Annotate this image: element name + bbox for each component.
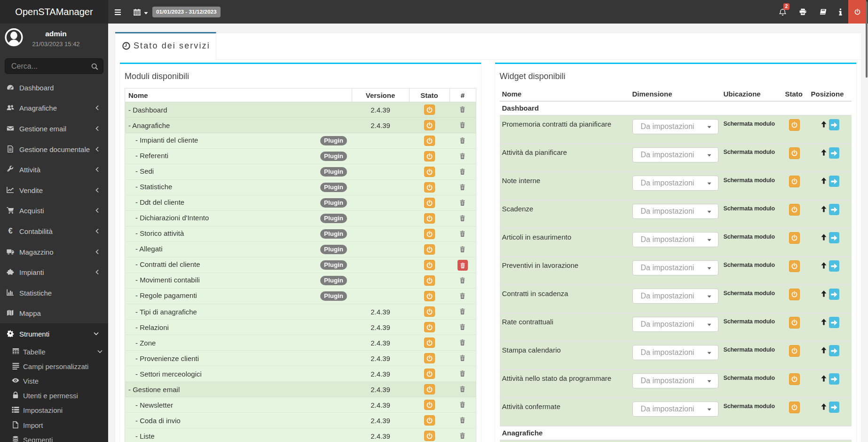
svg-text:€: € xyxy=(8,227,12,234)
